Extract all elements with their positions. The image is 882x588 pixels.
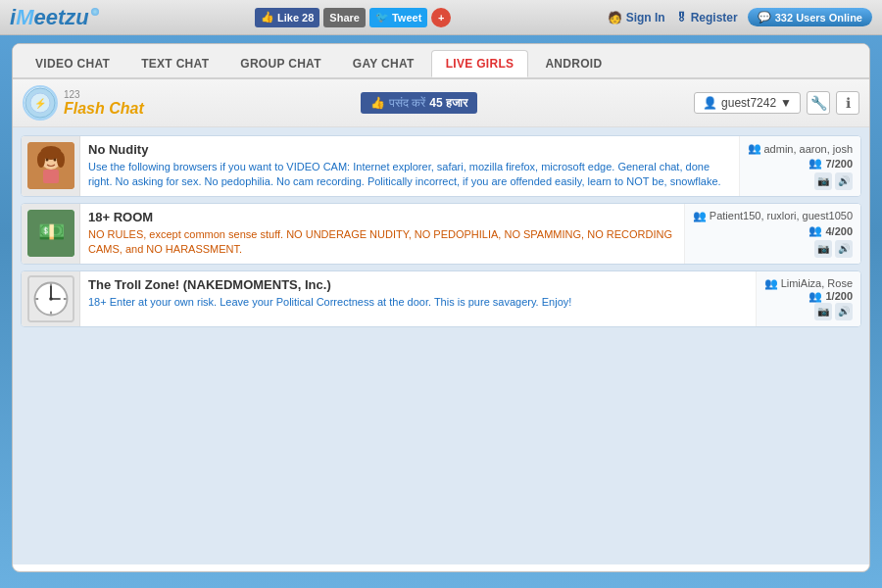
room-name-3: The Troll Zone! (NAKEDMOMENTS, Inc.) bbox=[88, 277, 748, 292]
room-right-1: 👥 admin, aaron, josh 👥 7/200 📷 🔊 bbox=[739, 136, 861, 196]
nav-tabs: VIDEO CHAT TEXT CHAT GROUP CHAT GAY CHAT… bbox=[13, 44, 869, 79]
room-admins-3: 👥 LimiAiza, Rose bbox=[764, 277, 853, 290]
room-card-3[interactable]: The Troll Zone! (NAKEDMOMENTS, Inc.) 18+… bbox=[21, 270, 861, 327]
room-card[interactable]: No Nudity Use the following browsers if … bbox=[21, 135, 861, 197]
admin-names-1: admin, aaron, josh bbox=[764, 143, 854, 155]
room-count-2: 👥 4/200 bbox=[808, 224, 853, 237]
people-icon-3: 👥 bbox=[808, 290, 822, 303]
room-admins-1: 👥 admin, aaron, josh bbox=[748, 142, 854, 155]
room-count-3: 👥 1/200 bbox=[808, 290, 853, 303]
room-actions-2: 📷 🔊 bbox=[814, 240, 853, 258]
like-text: पसंद करें bbox=[389, 96, 425, 110]
dropdown-chevron-icon: ▼ bbox=[780, 96, 792, 110]
room-card-2[interactable]: 💵 18+ ROOM NO RULES, except common sense… bbox=[21, 203, 861, 265]
like-label: Like bbox=[277, 12, 299, 24]
top-right-nav: 🧑 Sign In 🎖 Register 💬 332 Users Online bbox=[608, 8, 872, 26]
chat-icon: 💬 bbox=[758, 11, 771, 24]
admin-names-3: LimiAiza, Rose bbox=[781, 277, 853, 289]
tweet-button[interactable]: 🐦 Tweet bbox=[369, 8, 427, 27]
room-info-1: No Nudity Use the following browsers if … bbox=[80, 136, 739, 196]
user-dropdown[interactable]: 👤 guest7242 ▼ bbox=[694, 92, 801, 114]
tab-text-chat[interactable]: TEXT CHAT bbox=[126, 50, 223, 77]
svg-point-10 bbox=[53, 159, 56, 162]
flash-like-count: 45 हजार bbox=[429, 96, 467, 110]
tab-gay-chat[interactable]: GAY CHAT bbox=[338, 50, 429, 77]
top-bar: iMeetzu 👍 Like 28 Share 🐦 Tweet + 🧑 Sign… bbox=[0, 0, 882, 35]
flash-chat-icon: ⚡ bbox=[23, 85, 58, 121]
count-value-3: 1/200 bbox=[825, 290, 853, 302]
room-avatar-2: 💵 bbox=[27, 210, 74, 257]
count-value-2: 4/200 bbox=[825, 225, 853, 237]
people-icon-2: 👥 bbox=[808, 224, 822, 237]
room-info-3: The Troll Zone! (NAKEDMOMENTS, Inc.) 18+… bbox=[80, 271, 756, 326]
room-admins-2: 👥 Patient150, ruxlori, guest1050 bbox=[693, 210, 853, 222]
svg-point-9 bbox=[45, 159, 48, 162]
room-mic-button-3[interactable]: 🔊 bbox=[835, 303, 853, 320]
info-button[interactable]: ℹ bbox=[836, 91, 859, 115]
register-label: Register bbox=[691, 11, 738, 24]
room-count-1: 👥 7/200 bbox=[808, 157, 853, 170]
room-camera-button-1[interactable]: 📷 bbox=[814, 172, 832, 190]
room-thumb-2: 💵 bbox=[22, 204, 80, 264]
room-avatar-3 bbox=[27, 275, 74, 322]
tab-group-chat[interactable]: GROUP CHAT bbox=[225, 50, 336, 77]
room-avatar-1 bbox=[27, 142, 74, 189]
users-online-count: 332 Users Online bbox=[775, 12, 862, 24]
share-button[interactable]: Share bbox=[323, 8, 366, 27]
info-icon: ℹ bbox=[846, 95, 851, 111]
room-camera-button-3[interactable]: 📷 bbox=[814, 303, 832, 320]
svg-text:💵: 💵 bbox=[37, 219, 65, 245]
room-actions-3: 📷 🔊 bbox=[814, 303, 853, 320]
admin-icon-1: 👥 bbox=[748, 142, 761, 155]
room-desc-2: NO RULES, except common sense stuff. NO … bbox=[88, 227, 676, 258]
room-name-1: No Nudity bbox=[88, 142, 731, 157]
flash-number: 123 bbox=[64, 89, 144, 100]
like-count: 28 bbox=[302, 12, 314, 24]
room-right-2: 👥 Patient150, ruxlori, guest1050 👥 4/200… bbox=[684, 204, 860, 264]
site-logo: iMeetzu bbox=[10, 5, 99, 30]
social-buttons: 👍 Like 28 Share 🐦 Tweet + bbox=[255, 8, 451, 27]
register-link[interactable]: 🎖 Register bbox=[675, 11, 738, 24]
header-right-controls: 👤 guest7242 ▼ 🔧 ℹ bbox=[694, 91, 859, 115]
room-mic-button-1[interactable]: 🔊 bbox=[835, 172, 853, 190]
register-icon: 🎖 bbox=[675, 11, 687, 24]
flash-chat-text: 123 Flash Chat bbox=[64, 89, 144, 118]
room-thumb-3 bbox=[22, 271, 80, 326]
room-mic-button-2[interactable]: 🔊 bbox=[835, 240, 853, 258]
sign-in-link[interactable]: 🧑 Sign In bbox=[608, 11, 665, 24]
share-label: Share bbox=[329, 12, 360, 24]
tab-android[interactable]: ANDROID bbox=[530, 50, 616, 77]
users-online-badge: 💬 332 Users Online bbox=[748, 8, 872, 26]
main-container: VIDEO CHAT TEXT CHAT GROUP CHAT GAY CHAT… bbox=[12, 43, 870, 572]
room-name-2: 18+ ROOM bbox=[88, 210, 676, 224]
tweet-label: Tweet bbox=[392, 12, 421, 24]
username-label: guest7242 bbox=[721, 96, 776, 110]
chat-content: No Nudity Use the following browsers if … bbox=[13, 127, 869, 564]
settings-icon: 🔧 bbox=[810, 95, 827, 111]
admin-names-2: Patient150, ruxlori, guest1050 bbox=[710, 210, 853, 221]
room-camera-button-2[interactable]: 📷 bbox=[814, 240, 832, 258]
settings-button[interactable]: 🔧 bbox=[807, 91, 830, 115]
like-thumb-icon: 👍 bbox=[261, 11, 274, 24]
twitter-icon: 🐦 bbox=[375, 11, 389, 24]
flash-like-button[interactable]: 👍 पसंद करें 45 हजार bbox=[361, 92, 477, 114]
admin-icon-3: 👥 bbox=[764, 277, 778, 290]
room-actions-1: 📷 🔊 bbox=[814, 172, 853, 190]
svg-point-7 bbox=[57, 152, 65, 168]
user-avatar-icon: 👤 bbox=[703, 96, 717, 110]
svg-rect-8 bbox=[43, 170, 59, 183]
count-value-1: 7/200 bbox=[825, 158, 853, 170]
svg-point-6 bbox=[37, 152, 45, 168]
tab-video-chat[interactable]: VIDEO CHAT bbox=[21, 50, 124, 77]
svg-text:⚡: ⚡ bbox=[34, 97, 47, 110]
room-thumb-1 bbox=[22, 136, 80, 196]
room-desc-1: Use the following browsers if you want t… bbox=[88, 160, 731, 190]
gplus-button[interactable]: + bbox=[431, 8, 451, 27]
room-right-3: 👥 LimiAiza, Rose 👥 1/200 📷 🔊 bbox=[756, 271, 860, 326]
tab-live-girls[interactable]: LIVE GIRLS bbox=[431, 50, 529, 77]
flash-chat-name: Flash Chat bbox=[64, 100, 144, 117]
flash-chat-logo: ⚡ 123 Flash Chat bbox=[23, 85, 144, 121]
facebook-like-button[interactable]: 👍 Like 28 bbox=[255, 8, 319, 27]
sign-in-icon: 🧑 bbox=[608, 11, 622, 24]
sign-in-label: Sign In bbox=[626, 11, 665, 24]
